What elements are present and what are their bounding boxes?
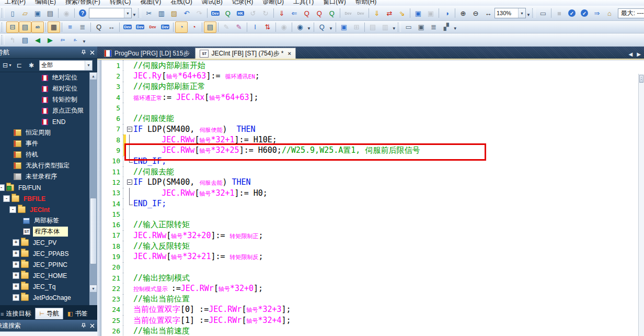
dock-tab-书签[interactable]: ◧书签 [64,308,91,319]
tree-item-局部标签[interactable]: 局部标签 [0,215,97,226]
statement-display-icon[interactable]: ab [31,21,44,33]
code-line-9[interactable]: 9 JEC.RWw[轴号*32+25]:= H600;//W25.9,W25.A… [101,145,639,155]
tree-item-FB/FUN[interactable]: -FB/FUN [0,182,97,193]
statement-list-icon[interactable]: ▤ [19,34,31,46]
tree-item-程序本体[interactable]: ST程序本体 [0,226,97,237]
tree-item-JEC_PPINC[interactable]: +JEC_PPINC [0,259,97,270]
code-line-4[interactable]: 4循环通正常:= JEC.Rx[轴号*64+63]; [101,92,639,103]
new-project-icon[interactable]: ▯ [6,7,19,19]
help-icon[interactable]: ? [76,7,89,19]
toolbar-overflow-icon[interactable]: ▼ [392,23,397,31]
quick-search-body[interactable] [0,331,97,336]
display-eye-icon[interactable]: ◉ [294,21,306,33]
instruction-find-icon[interactable]: HK [234,7,247,19]
module-parameter-icon[interactable]: ▦ [48,21,60,33]
device-find-icon[interactable]: Dev [209,7,222,19]
toolbar-overflow-icon[interactable]: ▼ [306,23,312,31]
device-test-icon[interactable]: Dev [146,21,159,33]
wizard-icon[interactable]: ✎ [233,21,245,33]
device-list-icon[interactable]: Q [326,7,338,19]
tree-item-无执行类型指定[interactable]: 无执行类型指定 [0,160,97,171]
toolbar-grip[interactable] [398,23,401,32]
find-next-gray-icon[interactable]: ↻ [259,7,272,19]
scrollbar-thumb[interactable] [90,198,97,264]
expand-icon[interactable]: + [13,239,19,246]
dock-tab-连接目标[interactable]: ≡连接目标 [0,308,34,319]
toolbar-grip[interactable] [2,35,5,44]
code-line-21[interactable]: 21//输出控制模式 [101,273,639,283]
output-window-icon[interactable]: ▭ [402,21,415,33]
undo-big-gray-icon[interactable]: ↰ [6,34,19,46]
tree-item-待机[interactable]: 待机 [0,149,97,160]
replace-icon[interactable]: ↔ [105,21,118,33]
find-next-green-icon[interactable]: ▶ [44,34,56,46]
tree-item-JEC_PV[interactable]: +JEC_PV [0,237,97,248]
code-line-11[interactable]: 11//伺服去能 [101,166,639,177]
zoom-out-icon[interactable]: ⊖ [469,7,482,19]
inline-st-icon[interactable]: I [249,21,261,33]
find-prev-gray-icon[interactable]: ↺ [247,7,259,19]
list-view-icon[interactable]: ≣ [428,21,440,33]
check-circle2-icon[interactable]: ✓ [578,7,591,19]
sort-icon[interactable]: ⊟▼ [2,61,13,70]
toolbar-overflow-icon[interactable]: ▼ [526,9,532,17]
toolbar-grip[interactable] [532,8,535,18]
module-tool-icon[interactable]: ▞ [440,21,453,33]
tree-item-原点正负限[interactable]: 原点正负限 [0,105,97,116]
monitor-window-gray-icon[interactable]: ▣ [424,7,437,19]
tree-scrollbar[interactable]: ▲ ▼ [89,72,97,306]
toolbar-grip[interactable] [2,23,5,32]
code-line-20[interactable]: 20 [101,262,639,273]
tree-item-JEC_PPABS[interactable]: +JEC_PPABS [0,248,97,259]
pin-icon[interactable] [81,50,86,55]
edit-gray-icon[interactable]: ✎ [220,21,233,33]
find-prev-green-icon[interactable]: ◀ [31,34,44,46]
code-line-1[interactable]: 1//伺服内部刷新开始 [101,60,639,71]
cross-ref-window2-icon[interactable]: Q [313,7,326,19]
toolbar-grip[interactable] [2,8,5,18]
redo-icon[interactable]: ↷ [193,7,205,19]
print-icon[interactable]: ▤ [44,7,56,19]
fold-collapse-icon[interactable] [126,177,133,187]
code-line-7[interactable]: 7IF LDP(SM400, 伺服使能) THEN [101,124,639,135]
chevron-down-icon[interactable]: ▼ [518,8,525,18]
tree-item-绝对定位[interactable]: 绝对定位 [0,72,97,83]
toolbar-overflow-icon[interactable]: ▼ [132,9,137,17]
cross-ref-jump-icon[interactable]: ⇓ [275,7,288,19]
intelligent-module-icon[interactable]: ▣ [415,21,428,33]
code-line-18[interactable]: 18//输入反限转矩 [101,241,639,251]
scroll-up-icon[interactable]: ▲ [89,72,97,80]
code-line-24[interactable]: 24当前位置双字[0] :=JEC.RWr[轴号*32+3]; [101,305,639,315]
code-line-10[interactable]: 10END_IF; [101,156,639,166]
code-line-3[interactable]: 3//伺服内部刷新正常 [101,82,639,92]
stop-gray-icon[interactable]: ■ [553,7,566,19]
online-change-icon[interactable]: ⇒ [591,7,603,19]
set-mark-icon[interactable]: ⇄ [383,7,396,19]
code-line-13[interactable]: 13 JEC.RWw[轴号*32+1]:= H0; [101,188,639,198]
clock-blue-icon[interactable]: ◔ [175,21,188,33]
code-line-8[interactable]: 8 JEC.RWw[轴号*32+1]:= H10E; [101,135,639,145]
doc-gray-icon[interactable]: ▥ [379,21,392,33]
code-line-17[interactable]: 17JEC.RWw[轴号*32+20]:= 转矩限制正; [101,230,639,241]
check-circle-icon[interactable]: ✓ [566,7,578,19]
toolbar-overflow-icon[interactable]: ▼ [328,23,334,31]
scroll-down-icon[interactable]: ▼ [89,285,97,293]
tree-item-FBFILE[interactable]: -FBFILE [0,193,97,204]
tree-filter-combo[interactable]: 全部 ▼ [39,60,93,71]
ladder-find-icon[interactable]: Q [222,7,234,19]
gear-icon[interactable]: ✱ [26,61,37,70]
cross-ref-back-icon[interactable]: ⇐ [288,7,301,19]
close-tab-icon[interactable]: × [288,50,291,57]
tree-item-JECInt[interactable]: -JECInt [0,204,97,215]
zoom-in-icon[interactable]: ⊕ [457,7,469,19]
build-icon[interactable]: ⌂ [603,7,616,19]
editor-tab-inactive[interactable]: ProgPou [PRG] [LD] 515步 [100,48,193,59]
zoom-search-icon[interactable]: Q [316,21,328,33]
code-line-19[interactable]: 19JEC.RWw[轴号*32+21]:= 转矩限制反; [101,251,639,262]
tree-item-恒定周期[interactable]: 恒定周期 [0,127,97,138]
decrement-address-icon[interactable]: #- [69,34,82,46]
code-line-26[interactable]: 26//输出当前速度 [101,326,639,336]
toolbar-overflow-icon[interactable]: ▼ [82,36,87,44]
expand-icon[interactable]: + [13,261,19,268]
program-check-icon[interactable]: ⇅ [261,21,274,33]
